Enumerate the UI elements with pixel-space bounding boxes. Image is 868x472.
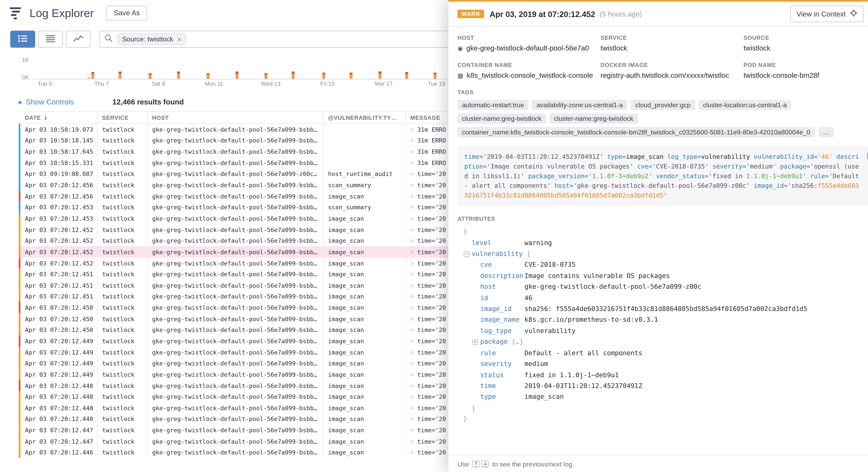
expand-chevron-icon[interactable]: > xyxy=(410,393,414,400)
log-host-cell: gke-greg-twistlock-default-pool-56e7a099… xyxy=(148,246,323,257)
histogram-bar[interactable] xyxy=(91,72,94,79)
expand-chevron-icon[interactable]: > xyxy=(410,338,414,344)
view-list-condensed-button[interactable] xyxy=(38,31,63,48)
histogram-bar[interactable] xyxy=(292,71,294,79)
expand-chevron-icon[interactable]: > xyxy=(410,427,414,434)
show-controls-link[interactable]: ▸ Show Controls xyxy=(19,97,74,106)
arrow-keys: ↑↓ xyxy=(472,460,489,468)
view-in-context-button[interactable]: View in Context xyxy=(790,6,864,22)
expand-chevron-icon[interactable]: > xyxy=(410,315,414,322)
histogram-bar[interactable] xyxy=(322,72,325,79)
log-host-cell: gke-greg-twistlock-default-pool-56e7a099… xyxy=(148,224,323,235)
collapse-icon[interactable]: − xyxy=(464,251,469,257)
expand-chevron-icon[interactable]: > xyxy=(410,148,414,155)
expand-chevron-icon[interactable]: > xyxy=(410,304,414,311)
log-host-cell: gke-greg-twistlock-default-pool-56e7a099… xyxy=(148,391,323,402)
expand-chevron-icon[interactable]: > xyxy=(410,182,414,188)
log-vulnerability-type-cell: image_scan xyxy=(323,391,406,402)
log-date-cell: Apr 03 07:20:12.452 xyxy=(21,224,98,235)
view-list-detailed-button[interactable] xyxy=(10,31,35,48)
show-controls-label: Show Controls xyxy=(26,97,74,106)
tag-pill[interactable]: cluster-location:us-central1-a xyxy=(699,100,791,110)
y-axis-label-bottom: 0K xyxy=(19,74,29,81)
histogram-bar[interactable] xyxy=(350,72,352,79)
expand-chevron-icon[interactable]: > xyxy=(410,215,414,222)
log-host-cell: gke-greg-twistlock-default-pool-56e7a099… xyxy=(148,213,323,224)
log-service-cell: twistlock xyxy=(98,424,148,436)
histogram-bar[interactable] xyxy=(149,73,152,79)
tag-pill[interactable]: cluster-name:greg-twistlock xyxy=(458,114,546,124)
histogram-bar[interactable] xyxy=(119,71,121,79)
filter-pill[interactable]: Source: twistlock × xyxy=(118,33,186,45)
column-header-host[interactable]: HOST xyxy=(148,112,323,123)
column-header-service[interactable]: SERVICE xyxy=(98,112,148,123)
log-vulnerability-type-cell: image_scan xyxy=(323,246,406,257)
expand-chevron-icon[interactable]: > xyxy=(410,293,414,300)
copy-icon[interactable] xyxy=(867,151,868,162)
log-vulnerability-type-cell: image_scan xyxy=(323,302,406,313)
expand-chevron-icon[interactable]: > xyxy=(410,126,414,133)
tag-pill[interactable]: … xyxy=(818,127,834,137)
expand-chevron-icon[interactable]: > xyxy=(410,249,414,255)
log-date-cell: Apr 03 10:58:17.645 xyxy=(21,146,98,157)
tag-pill[interactable]: availability-zone:us-central1-a xyxy=(532,100,627,110)
tag-pill[interactable]: automatic-restart:true xyxy=(458,100,529,110)
histogram-bar[interactable] xyxy=(236,71,238,79)
expand-chevron-icon[interactable]: > xyxy=(410,438,414,445)
expand-chevron-icon[interactable]: > xyxy=(410,371,414,378)
log-host-cell: gke-greg-twistlock-default-pool-56e7a099… xyxy=(148,191,323,202)
filter-remove-icon[interactable]: × xyxy=(177,35,181,43)
log-service-cell: twistlock xyxy=(98,291,148,302)
expand-chevron-icon[interactable]: > xyxy=(410,226,414,233)
log-date-cell: Apr 03 07:20:12.449 xyxy=(21,347,98,358)
expand-chevron-icon[interactable]: > xyxy=(410,271,414,278)
expand-chevron-icon[interactable]: > xyxy=(410,260,414,266)
histogram-bar[interactable] xyxy=(434,72,436,79)
column-header-vulnerability-type[interactable]: @VULNERABILITY.TY… xyxy=(323,112,406,123)
expand-chevron-icon[interactable]: > xyxy=(410,405,414,411)
histogram-bar[interactable] xyxy=(405,72,408,79)
histogram-bar[interactable] xyxy=(265,73,267,79)
expand-chevron-icon[interactable]: > xyxy=(410,137,414,144)
log-date-cell: Apr 03 07:20:12.450 xyxy=(21,302,98,313)
log-vulnerability-type-cell: image_scan xyxy=(323,257,406,269)
view-graph-button[interactable] xyxy=(66,31,91,48)
expand-chevron-icon[interactable]: > xyxy=(410,326,414,333)
expand-chevron-icon[interactable]: > xyxy=(410,159,414,166)
expand-chevron-icon[interactable]: > xyxy=(410,170,414,177)
tag-pill[interactable]: cluster-name:greg-twistlock xyxy=(550,114,638,124)
attribute-row: +package{…} xyxy=(458,337,868,348)
expand-chevron-icon[interactable]: > xyxy=(410,204,414,211)
tag-pill[interactable]: container_name:k8s_twistlock-console_twi… xyxy=(458,127,815,137)
tag-pill[interactable]: cloud_provider:gcp xyxy=(631,100,695,110)
expand-chevron-icon[interactable]: > xyxy=(410,360,414,367)
x-axis-label: Tue 5 xyxy=(38,81,52,87)
expand-chevron-icon[interactable]: > xyxy=(410,193,414,199)
expand-chevron-icon[interactable]: > xyxy=(410,416,414,422)
expand-chevron-icon[interactable]: > xyxy=(410,382,414,389)
log-service-cell: twistlock xyxy=(98,146,148,157)
histogram-bar[interactable] xyxy=(207,73,209,79)
histogram-bar[interactable] xyxy=(88,77,90,79)
attributes-label: ATTRIBUTES xyxy=(458,216,868,222)
log-vulnerability-type-cell: image_scan xyxy=(323,324,406,336)
y-axis-label-top: 1K xyxy=(19,57,29,63)
attribute-row: hostgke-greg-twistlock-default-pool-56e7… xyxy=(458,282,868,292)
expand-chevron-icon[interactable]: > xyxy=(410,237,414,244)
expand-chevron-icon[interactable]: > xyxy=(410,282,414,289)
expand-chevron-icon[interactable]: > xyxy=(410,349,414,355)
log-service-cell: twistlock xyxy=(98,202,148,213)
log-date-cell: Apr 03 07:20:12.446 xyxy=(21,447,98,458)
log-vulnerability-type-cell xyxy=(323,146,406,157)
log-date-cell: Apr 03 10:58:18.145 xyxy=(21,135,98,146)
histogram-bar[interactable] xyxy=(379,71,381,79)
log-date-cell: Apr 03 07:20:12.447 xyxy=(21,424,98,436)
column-header-date[interactable]: DATE ↓ xyxy=(21,112,98,123)
save-as-button[interactable]: Save As xyxy=(106,6,147,21)
expand-icon[interactable]: + xyxy=(472,339,478,345)
histogram-bar[interactable] xyxy=(177,71,180,79)
expand-chevron-icon[interactable]: > xyxy=(410,449,414,456)
attribute-row: } xyxy=(458,403,868,413)
log-service-cell: twistlock xyxy=(98,380,148,391)
log-date-cell: Apr 03 07:20:12.450 xyxy=(21,313,98,324)
